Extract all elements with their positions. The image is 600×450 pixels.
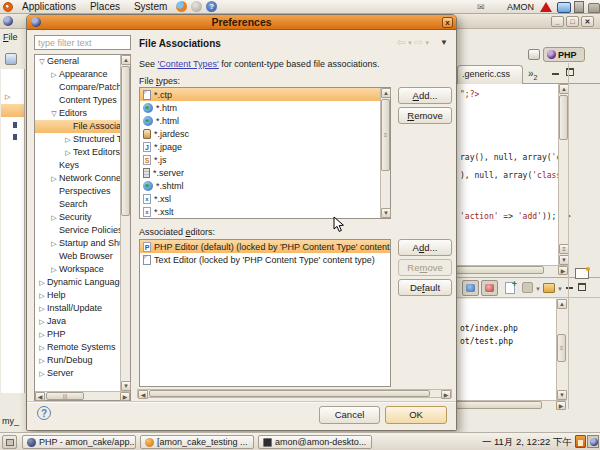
back-menu-caret-icon[interactable]: ▼ <box>407 40 413 46</box>
workspace-switcher[interactable] <box>587 435 599 448</box>
maximize-window-button[interactable]: □ <box>566 16 579 27</box>
add-file-type-button[interactable]: Add... <box>398 87 452 104</box>
collapse-all-icon[interactable] <box>522 282 533 293</box>
menu-applications[interactable]: Applications <box>15 0 83 13</box>
add-editor-button[interactable]: Add... <box>398 239 452 256</box>
associated-editor-row[interactable]: PPHP Editor (default) (locked by 'PHP Co… <box>140 240 390 253</box>
tree-filter-input[interactable] <box>34 35 131 50</box>
eclipse-file-menu[interactable]: File <box>3 32 18 42</box>
tree-horizontal-scrollbar[interactable]: ◀ ||| ▶ <box>35 391 130 400</box>
display-settings-icon[interactable] <box>557 2 571 13</box>
editor-vertical-scrollbar[interactable]: ▲ ≡ ▼ <box>558 84 568 265</box>
tab-overflow-indicator[interactable]: »2 <box>528 68 537 81</box>
tree-item-network-connections[interactable]: ▷Network Connec <box>35 172 120 185</box>
help-icon[interactable]: ? <box>37 406 51 420</box>
menu-system[interactable]: System <box>127 0 174 13</box>
maximize-view-icon[interactable] <box>578 283 586 291</box>
tree-item-startup-shutdown[interactable]: ▷Startup and Shut <box>35 237 120 250</box>
new-file-icon[interactable]: + <box>505 282 515 294</box>
trash-applet-icon[interactable] <box>575 435 586 448</box>
editor-horizontal-scrollbar[interactable]: ▶ <box>456 265 568 274</box>
app-launcher-icon[interactable] <box>191 1 202 12</box>
dialog-titlebar[interactable]: Preferences x <box>27 15 456 30</box>
ubuntu-logo-icon[interactable] <box>3 2 13 12</box>
tree-item-help[interactable]: ▷Help <box>35 289 120 302</box>
default-button[interactable]: Default <box>398 279 452 296</box>
file-type-row[interactable]: *.htm <box>140 101 390 114</box>
warning-indicator-icon[interactable] <box>540 2 552 12</box>
file-type-row[interactable]: J*.jpage <box>140 140 390 153</box>
minimize-window-button[interactable]: _ <box>551 16 564 27</box>
tree-item-file-associations[interactable]: File Associations <box>35 120 120 133</box>
file-type-row[interactable]: *.server <box>140 166 390 179</box>
associated-editor-row[interactable]: Text Editor (locked by 'PHP Content Type… <box>140 253 390 266</box>
clock-applet[interactable]: 一 11月 2, 12:22 下午 <box>482 433 572 450</box>
tree-item-run-debug[interactable]: ▷Run/Debug <box>35 354 120 367</box>
remove-editor-button[interactable]: Remove <box>398 259 452 276</box>
php-explorer-view[interactable]: ▷ <box>1 69 25 393</box>
tree-item-php[interactable]: ▷PHP <box>35 328 120 341</box>
minimize-editor-icon[interactable] <box>552 73 559 75</box>
content-types-link[interactable]: 'Content Types' <box>158 59 219 69</box>
view-horizontal-scrollbar[interactable]: ▶ <box>456 400 566 409</box>
computer-tray-icon[interactable] <box>574 1 584 13</box>
tree-item-web-browser[interactable]: Web Browser <box>35 250 120 263</box>
file-type-row[interactable]: *.html <box>140 114 390 127</box>
ok-button[interactable]: OK <box>385 406 447 424</box>
task-button-browser[interactable]: [amon_cake_testing ... <box>140 435 254 449</box>
forward-arrow-icon[interactable]: ⇨ <box>414 36 423 49</box>
tree-item-remote-systems[interactable]: ▷Remote Systems <box>35 341 120 354</box>
explorer-selected-row[interactable] <box>1 104 25 117</box>
dropdown-caret-icon[interactable]: ▼ <box>557 286 563 292</box>
file-type-row[interactable]: *.shtml <box>140 179 390 192</box>
bottom-view-content[interactable]: ot/index.php ot/test.php ▲ ≡ ▼ <box>456 299 566 400</box>
tree-item-dynamic-languages[interactable]: ▷Dynamic Language <box>35 276 120 289</box>
forward-menu-caret-icon[interactable]: ▼ <box>424 40 430 46</box>
printer-tray-icon[interactable] <box>588 3 600 13</box>
remove-file-type-button[interactable]: Remove <box>398 107 452 124</box>
tree-item-service-policies[interactable]: Service Policies <box>35 224 120 237</box>
editor-tab-generic-css[interactable]: .generic.css <box>457 65 523 84</box>
file-type-row[interactable]: S*.js <box>140 153 390 166</box>
tree-item-workspace[interactable]: ▷Workspace <box>35 263 120 276</box>
view-menu-icon[interactable]: ▼ <box>440 38 448 47</box>
tree-item-search[interactable]: Search <box>35 198 120 211</box>
firefox-launcher-icon[interactable] <box>176 1 187 12</box>
open-perspective-icon[interactable] <box>528 49 540 60</box>
dialog-close-icon[interactable]: x <box>442 17 453 28</box>
tree-expander-icon[interactable]: ▷ <box>5 93 10 101</box>
file-type-row[interactable]: x*.xsl <box>140 192 390 205</box>
close-window-button[interactable]: ✕ <box>581 16 594 27</box>
tree-item-java[interactable]: ▷Java <box>35 315 120 328</box>
tree-item-content-types[interactable]: Content Types <box>35 94 120 107</box>
tree-item-install-update[interactable]: ▷Install/Update <box>35 302 120 315</box>
filter-view-icon[interactable] <box>481 280 498 296</box>
file-type-row[interactable]: *.jardesc <box>140 127 390 140</box>
file-type-row[interactable]: *.ctp <box>140 88 390 101</box>
code-editor[interactable]: ";?> ray(), null, array('cl ), null, arr… <box>456 84 568 265</box>
page-horizontal-scrollbar[interactable]: ◀ ▶ <box>137 389 452 398</box>
tree-item-compare-patch[interactable]: Compare/Patch <box>35 81 120 94</box>
show-desktop-button[interactable] <box>2 435 17 449</box>
menu-places[interactable]: Places <box>83 0 127 13</box>
cancel-button[interactable]: Cancel <box>319 406 380 424</box>
user-switcher-label[interactable]: AMON <box>507 1 534 13</box>
tree-item-text-editors[interactable]: ▷Text Editors <box>35 146 120 159</box>
help-launcher-icon[interactable]: ? <box>206 1 217 12</box>
tree-item-structured-text[interactable]: ▷Structured Te <box>35 133 120 146</box>
php-perspective-button[interactable]: PHP <box>543 47 585 62</box>
tree-vertical-scrollbar[interactable]: ▲ ▼ <box>120 55 130 391</box>
tree-item-editors[interactable]: ▽Editors <box>35 107 120 120</box>
mail-notification-icon[interactable]: ✉ <box>477 1 485 13</box>
fast-view-icon[interactable] <box>575 268 589 279</box>
tree-item-general[interactable]: ▽General <box>35 55 120 68</box>
task-button-terminal[interactable]: amon@amon-deskto... <box>258 435 372 449</box>
new-folder-icon[interactable] <box>543 283 555 293</box>
tree-item-perspectives[interactable]: Perspectives <box>35 185 120 198</box>
link-with-editor-icon[interactable] <box>462 280 479 296</box>
file-type-row[interactable]: x*.xslt <box>140 205 390 218</box>
tree-item-keys[interactable]: Keys <box>35 159 120 172</box>
file-types-scrollbar[interactable]: ▲ ≡ ▼ <box>380 88 390 218</box>
dropdown-caret-icon[interactable]: ▼ <box>535 286 541 292</box>
toolbar-new-icon[interactable] <box>5 53 17 65</box>
